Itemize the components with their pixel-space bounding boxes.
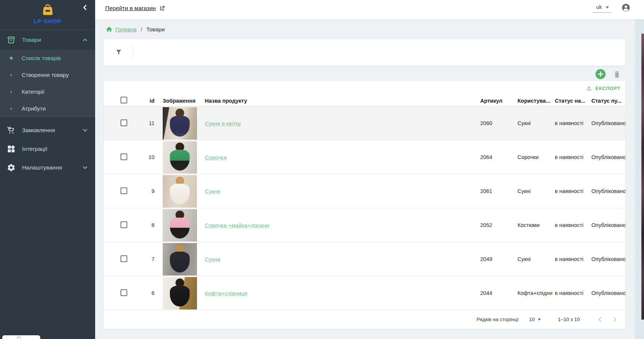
row-checkbox[interactable]: [121, 187, 127, 194]
row-id: 6: [132, 290, 157, 296]
filter-button[interactable]: [115, 49, 123, 57]
row-category: Сукні: [515, 188, 552, 194]
add-product-button[interactable]: [595, 69, 606, 79]
row-checkbox[interactable]: [121, 221, 127, 228]
sidebar-item-integrations[interactable]: Інтеграції: [0, 140, 95, 158]
filter-panel: [104, 39, 625, 66]
chevron-down-icon: [81, 126, 89, 134]
inventory-box-icon: [7, 35, 16, 44]
column-header-sku[interactable]: Артикул: [478, 98, 515, 104]
row-checkbox[interactable]: [121, 255, 127, 262]
table-row[interactable]: 11 Сукня в квітку 2060 Сукні в наявності…: [104, 106, 625, 140]
sidebar-item-orders[interactable]: Замовлення: [0, 121, 95, 140]
notification-fragment: [2, 335, 40, 339]
rows-per-page-select[interactable]: 10: [529, 317, 541, 322]
language-select[interactable]: uk: [593, 3, 612, 13]
table-row[interactable]: 9 Сукня 2061 Сукні в наявності Опубліков…: [104, 174, 625, 208]
product-image[interactable]: [163, 175, 197, 208]
table-body: 11 Сукня в квітку 2060 Сукні в наявності…: [104, 106, 625, 310]
app-logo[interactable]: LP-SHOP: [0, 3, 95, 24]
column-header-name[interactable]: Назва продукту: [201, 98, 478, 104]
table-row[interactable]: 8 Сорочка +майка+лосини 2052 Костюми в н…: [104, 208, 625, 242]
caret-down-icon: [537, 317, 541, 321]
breadcrumb-home-link[interactable]: Головна: [115, 26, 137, 32]
widgets-icon: [7, 144, 16, 153]
row-stock-status: в наявності: [552, 188, 589, 194]
bullet-icon: [10, 74, 12, 76]
product-name-link[interactable]: Сукня: [205, 256, 220, 262]
pagination-prev-button[interactable]: [595, 315, 604, 324]
row-category: Костюми: [515, 222, 552, 228]
product-figure: [170, 252, 190, 273]
product-name-link[interactable]: Сукня в квітку: [205, 120, 241, 127]
row-sku: 2049: [478, 256, 515, 262]
row-category: Сорочки: [515, 154, 552, 160]
trash-icon: [613, 70, 621, 78]
sidebar-item-label: Замовлення: [22, 127, 55, 134]
row-checkbox[interactable]: [121, 289, 127, 296]
product-name-link[interactable]: Сорочка +майка+лосини: [205, 222, 269, 228]
table-row[interactable]: 10 Сорочка 2064 Сорочки в наявності Опуб…: [104, 140, 625, 174]
topbar: Перейти в магазин uk: [95, 0, 644, 19]
sidebar-item-product-create[interactable]: Створення товару: [0, 66, 95, 83]
export-label: ЕКСПОРТ: [595, 85, 620, 91]
go-to-shop-link[interactable]: Перейти в магазин: [105, 5, 165, 12]
product-image[interactable]: [163, 141, 197, 174]
product-figure: [170, 116, 190, 137]
table-row[interactable]: 6 Кофта+спідниця 2044 Кофта+спідниц в на…: [104, 276, 625, 310]
row-sku: 2052: [478, 222, 515, 228]
sidebar-item-categories[interactable]: Категорії: [0, 83, 95, 100]
rows-per-page-value: 10: [529, 317, 535, 322]
product-figure: [170, 184, 190, 205]
delete-selected-button[interactable]: [613, 70, 621, 78]
breadcrumb-current: Товари: [146, 26, 165, 32]
column-header-stock-status[interactable]: Статус на...: [552, 98, 589, 104]
product-figure: [170, 218, 190, 239]
product-name-link[interactable]: Сорочка: [205, 154, 227, 161]
download-icon: [586, 85, 592, 91]
sidebar-item-products[interactable]: Товари: [0, 30, 95, 50]
product-image[interactable]: [163, 107, 197, 140]
user-avatar-button[interactable]: [622, 3, 630, 12]
row-stock-status: в наявності: [552, 222, 589, 228]
sidebar-item-label: Категорії: [22, 88, 44, 95]
gear-icon: [7, 163, 16, 172]
select-all-checkbox[interactable]: [121, 97, 127, 103]
table-row[interactable]: 7 Сукня 2049 Сукні в наявності Опубліков…: [104, 242, 625, 276]
notification-icon: [17, 337, 21, 339]
shopping-bag-logo-icon: [40, 3, 55, 18]
sidebar-item-product-list[interactable]: Список товарів: [0, 50, 95, 66]
row-category: Сукні: [515, 120, 552, 126]
row-publish-status: Опубліковано: [589, 120, 625, 126]
home-icon: [106, 26, 113, 33]
row-id: 8: [132, 222, 157, 228]
row-category: Сукні: [515, 256, 552, 262]
export-button[interactable]: ЕКСПОРТ: [586, 85, 620, 91]
row-stock-status: в наявності: [552, 256, 589, 262]
column-header-image[interactable]: Зображення: [157, 98, 201, 104]
sidebar-item-label: Інтеграції: [22, 146, 47, 152]
chevron-down-icon: [81, 164, 89, 172]
product-name-link[interactable]: Сукня: [205, 188, 220, 195]
row-category: Кофта+спідниц: [515, 290, 552, 296]
sidebar-item-attributes[interactable]: Атрибути: [0, 100, 95, 117]
table-header-row: id Зображення Назва продукту Артикул Кор…: [104, 95, 625, 106]
row-checkbox[interactable]: [121, 153, 127, 160]
product-image[interactable]: [163, 277, 197, 310]
product-image[interactable]: [163, 243, 197, 276]
products-table-card: ЕКСПОРТ id Зображення Назва продукту Арт…: [104, 81, 625, 329]
rows-per-page-label: Рядків на сторінці:: [476, 317, 519, 322]
product-name-link[interactable]: Кофта+спідниця: [205, 290, 247, 296]
column-header-publish-status[interactable]: Статус пу...: [589, 98, 625, 104]
column-header-id[interactable]: id: [132, 98, 157, 104]
bullet-icon: [10, 108, 12, 109]
product-image[interactable]: [163, 209, 197, 242]
sidebar-item-label: Товари: [22, 37, 41, 43]
pagination-next-button[interactable]: [610, 315, 619, 324]
row-checkbox[interactable]: [121, 119, 127, 126]
table-actions: [104, 68, 625, 81]
filter-divider: [133, 46, 133, 60]
column-header-category[interactable]: Користува...: [515, 98, 552, 104]
pagination-range: 1–10 з 10: [558, 317, 580, 322]
sidebar-item-settings[interactable]: Налаштування: [0, 158, 95, 177]
